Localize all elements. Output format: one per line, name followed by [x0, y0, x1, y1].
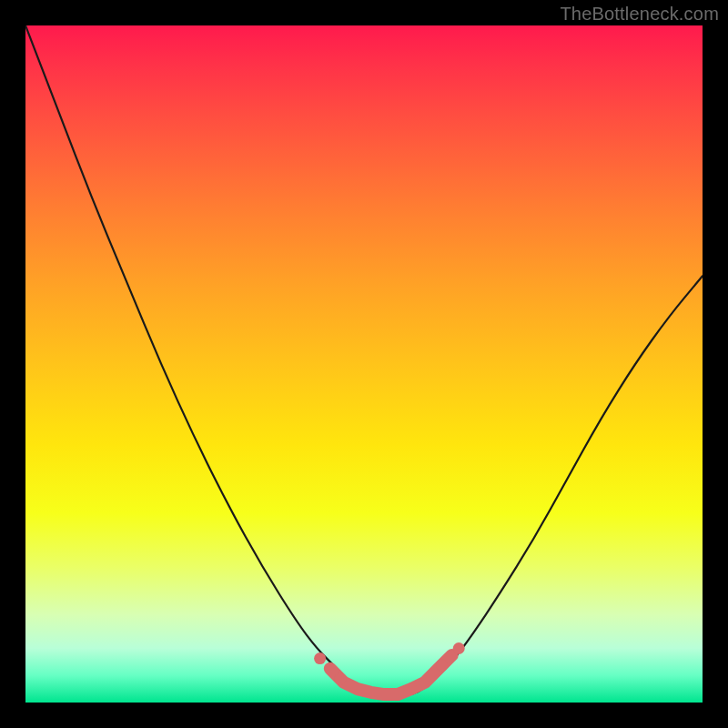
trough-markers	[314, 642, 465, 694]
bottleneck-curve	[25, 25, 703, 703]
trough-dot	[335, 673, 347, 685]
trough-dot	[314, 652, 326, 664]
chart-frame: TheBottleneck.com	[0, 0, 728, 728]
watermark-text: TheBottleneck.com	[560, 4, 719, 25]
trough-dot	[436, 660, 448, 672]
plot-area	[25, 25, 703, 703]
trough-capsule	[330, 655, 452, 694]
trough-dot	[453, 642, 465, 654]
